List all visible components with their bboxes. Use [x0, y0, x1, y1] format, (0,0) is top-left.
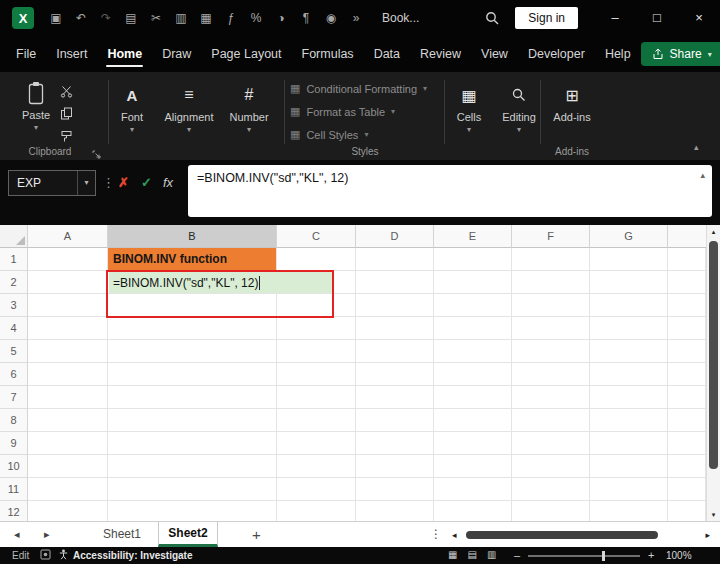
zoom-slider-thumb[interactable] — [602, 551, 605, 561]
collapse-formula-bar-icon[interactable]: ▴ — [700, 170, 705, 180]
cell[interactable] — [108, 455, 277, 478]
cell[interactable] — [512, 363, 590, 386]
format-as-table-button[interactable]: ▦ Format as Table ▾ — [290, 105, 395, 118]
cell[interactable] — [28, 271, 108, 294]
cell[interactable] — [356, 271, 434, 294]
formula-input[interactable]: =BINOM.INV("sd","KL", 12) ▴ — [188, 165, 712, 217]
editing-group-button[interactable]: Editing ▾ — [496, 82, 542, 134]
cell[interactable] — [108, 340, 277, 363]
horizontal-scrollbar-thumb[interactable] — [466, 531, 658, 539]
zoom-slider[interactable] — [528, 555, 640, 557]
cell[interactable] — [108, 294, 277, 317]
formula-icon[interactable]: ƒ — [225, 11, 237, 25]
zoom-out-button[interactable]: – — [514, 549, 520, 561]
scroll-down-icon[interactable]: ▾ — [707, 511, 720, 519]
cell[interactable] — [590, 363, 668, 386]
cell[interactable] — [356, 340, 434, 363]
sheet-menu-icon[interactable]: ⋮ — [430, 522, 442, 547]
cell[interactable] — [590, 455, 668, 478]
normal-view-icon[interactable]: ▦ — [448, 549, 457, 560]
cell[interactable] — [512, 248, 590, 271]
cell[interactable] — [512, 455, 590, 478]
cell[interactable] — [590, 478, 668, 501]
conditional-formatting-button[interactable]: ▦ Conditional Formatting ▾ — [290, 82, 427, 95]
hscroll-left-icon[interactable]: ◂ — [452, 529, 457, 541]
cell[interactable] — [277, 363, 356, 386]
cell-b2-editing[interactable]: =BINOM.INV("sd","KL", 12) — [109, 272, 332, 293]
cell[interactable] — [590, 248, 668, 271]
tab-draw[interactable]: Draw — [152, 37, 201, 71]
search-icon[interactable] — [485, 11, 499, 25]
cell[interactable] — [356, 478, 434, 501]
cell[interactable] — [28, 409, 108, 432]
cell[interactable] — [28, 386, 108, 409]
cell[interactable] — [277, 455, 356, 478]
alignment-group-button[interactable]: ≡ Alignment ▾ — [160, 82, 218, 134]
tab-formulas[interactable]: Formulas — [292, 37, 364, 71]
enter-button[interactable]: ✓ — [141, 170, 152, 196]
cell[interactable] — [28, 478, 108, 501]
cell[interactable] — [590, 271, 668, 294]
vertical-scrollbar-thumb[interactable] — [709, 241, 718, 469]
column-header-a[interactable]: A — [28, 225, 108, 248]
cell[interactable] — [512, 340, 590, 363]
paragraph-icon[interactable]: ¶ — [300, 11, 312, 25]
cell[interactable] — [28, 248, 108, 271]
cell[interactable] — [108, 317, 277, 340]
row-header[interactable]: 1 — [0, 248, 28, 271]
cell[interactable] — [590, 409, 668, 432]
chevron-down-icon[interactable]: ▾ — [77, 171, 95, 195]
cell[interactable] — [512, 501, 590, 521]
cell[interactable] — [356, 294, 434, 317]
cell[interactable] — [356, 363, 434, 386]
save-icon[interactable]: ▣ — [50, 11, 62, 25]
collapse-ribbon-icon[interactable]: ▴ — [694, 142, 699, 152]
cell[interactable] — [434, 501, 512, 521]
accessibility-status[interactable]: Accessibility: Investigate — [73, 550, 193, 561]
cell[interactable] — [434, 317, 512, 340]
cell[interactable] — [434, 248, 512, 271]
tab-review[interactable]: Review — [410, 37, 471, 71]
cell[interactable] — [28, 340, 108, 363]
column-header-g[interactable]: G — [590, 225, 668, 248]
cell[interactable] — [590, 432, 668, 455]
tab-page-layout[interactable]: Page Layout — [201, 37, 291, 71]
tab-data[interactable]: Data — [364, 37, 410, 71]
macro-record-icon[interactable] — [40, 549, 51, 562]
font-group-button[interactable]: A Font ▾ — [112, 82, 152, 134]
vertical-scrollbar[interactable]: ▴ ▾ — [706, 225, 720, 521]
cell[interactable] — [356, 409, 434, 432]
cell[interactable] — [434, 271, 512, 294]
share-button[interactable]: Share ▾ — [641, 42, 720, 66]
cell[interactable] — [434, 294, 512, 317]
cell[interactable] — [28, 501, 108, 521]
cell[interactable] — [108, 432, 277, 455]
cell[interactable] — [356, 501, 434, 521]
cell[interactable] — [434, 409, 512, 432]
cell[interactable] — [108, 409, 277, 432]
row-header[interactable]: 11 — [0, 478, 28, 501]
cell[interactable] — [28, 455, 108, 478]
row-header[interactable]: 4 — [0, 317, 28, 340]
next-sheet-icon[interactable]: ▸ — [44, 522, 50, 547]
picture-icon[interactable]: ▦ — [200, 11, 212, 25]
cell[interactable] — [356, 317, 434, 340]
cell[interactable] — [590, 317, 668, 340]
cell[interactable] — [512, 317, 590, 340]
cell[interactable] — [28, 317, 108, 340]
paste-button[interactable]: Paste ▾ — [16, 80, 56, 132]
undo-icon[interactable]: ↶ — [75, 11, 87, 25]
cancel-button[interactable]: ✗ — [118, 170, 129, 196]
addins-button[interactable]: ⊞ Add-ins — [548, 82, 596, 123]
cell[interactable] — [512, 386, 590, 409]
row-header[interactable]: 9 — [0, 432, 28, 455]
cell[interactable] — [590, 294, 668, 317]
cell[interactable] — [28, 432, 108, 455]
minimize-button[interactable]: – — [594, 0, 636, 36]
hscroll-right-icon[interactable]: ▸ — [705, 529, 710, 541]
cut-icon[interactable]: ✂ — [150, 11, 162, 25]
row-header[interactable]: 7 — [0, 386, 28, 409]
cell[interactable] — [277, 432, 356, 455]
column-header-e[interactable]: E — [434, 225, 512, 248]
cell[interactable] — [277, 501, 356, 521]
